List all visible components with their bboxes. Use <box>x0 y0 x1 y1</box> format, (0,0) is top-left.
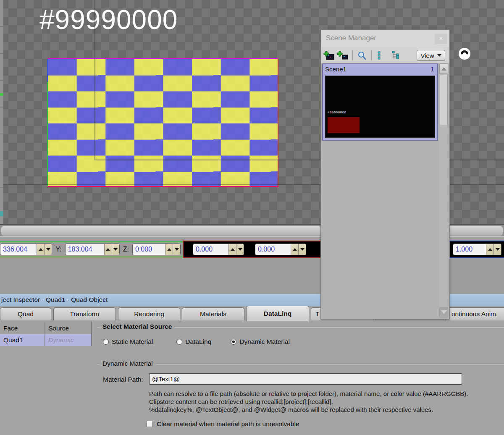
scrollbar-thumb[interactable] <box>440 75 448 125</box>
radio-button-selected[interactable] <box>231 339 236 345</box>
chevron-down-icon <box>437 54 441 57</box>
ruler-marker <box>0 211 3 216</box>
spin-up-button[interactable] <box>486 244 494 255</box>
radio-static-material[interactable]: Static Material <box>103 338 153 346</box>
groupbox-border <box>97 364 504 364</box>
tab-transform[interactable]: Transform <box>53 307 116 320</box>
scale-spinner[interactable]: 1.000 <box>453 244 501 255</box>
panel-title: Scene Manager <box>326 34 376 42</box>
rotation-spinner-2[interactable]: 0.000 <box>255 244 306 255</box>
rotate-cursor-icon <box>458 47 472 61</box>
table-header-row: Face Source <box>0 322 91 334</box>
toolbar-separator <box>352 50 353 60</box>
spin-down-button[interactable] <box>173 244 180 255</box>
position-x-value[interactable]: 336.004 <box>0 244 37 255</box>
quad-object[interactable] <box>48 58 278 187</box>
ruler-marker <box>0 93 3 96</box>
help-line: %datalinqkey%, @TextObject@, and @Widget… <box>149 406 498 414</box>
scene-preview-thumbnail[interactable]: #99990000 <box>325 76 435 138</box>
material-path-help-text: Path can resolve to a file path (absolut… <box>149 390 498 414</box>
dynamic-material-legend: Dynamic Material <box>100 360 155 367</box>
spin-up-button[interactable] <box>228 244 236 255</box>
list-view-icon[interactable] <box>376 51 383 60</box>
scene-name: Scene1 <box>325 66 346 75</box>
radio-label: Dynamic Material <box>239 338 290 346</box>
help-line: Path can resolve to a file path (absolut… <box>149 390 498 398</box>
panel-vertical-scrollbar[interactable] <box>439 63 448 317</box>
position-y-spinner[interactable]: 183.004 <box>65 244 120 255</box>
clear-material-checkbox-label: Clear material when material path is unr… <box>157 420 299 428</box>
scroll-up-button[interactable] <box>439 63 448 74</box>
position-x-spinner[interactable]: 336.004 <box>0 244 52 255</box>
add-child-scene-icon[interactable] <box>337 51 348 60</box>
scene-list-item[interactable]: Scene1 1 <box>323 64 437 75</box>
view-button-label: View <box>420 52 434 59</box>
spin-up-button[interactable] <box>104 244 112 255</box>
spin-down-button[interactable] <box>298 244 306 255</box>
add-scene-icon[interactable] <box>323 51 334 60</box>
z-axis-label: Z: <box>123 246 129 253</box>
spin-down-button[interactable] <box>44 244 52 255</box>
position-z-value[interactable]: 0.000 <box>133 244 165 255</box>
scene-text-object[interactable]: #99990000 <box>39 4 178 35</box>
scene-manager-toolbar: View <box>321 47 449 63</box>
app-window: #99990000 336.004 Y: 183.004 <box>0 0 504 435</box>
scene-manager-titlebar[interactable]: Scene Manager × <box>321 30 449 47</box>
preview-quad-rect <box>328 117 360 133</box>
table-row[interactable]: Quad1 Dynamic <box>0 334 91 346</box>
face-cell[interactable]: Quad1 <box>0 334 45 346</box>
rotation-value-1[interactable]: 0.000 <box>193 244 228 255</box>
spin-up-button[interactable] <box>291 244 298 255</box>
guide-line-vertical <box>48 0 48 58</box>
scene-index: 1 <box>430 66 434 75</box>
tab-materials[interactable]: Materials <box>182 307 244 320</box>
tab-datalinq[interactable]: DataLinq <box>246 306 309 321</box>
scroll-down-button[interactable] <box>439 307 448 317</box>
view-dropdown-button[interactable]: View <box>417 50 445 61</box>
y-axis-label: Y: <box>55 246 61 253</box>
tree-view-icon[interactable] <box>391 51 401 60</box>
material-source-legend: Select Material Source <box>100 323 174 330</box>
material-source-options: Static Material DataLinq Dynamic Materia… <box>103 338 290 346</box>
column-header-face[interactable]: Face <box>0 322 45 334</box>
position-group: 336.004 Y: 183.004 Z: 0.000 <box>0 241 184 257</box>
spin-down-button[interactable] <box>236 244 244 255</box>
radio-dynamic-material[interactable]: Dynamic Material <box>231 338 290 346</box>
radio-label: Static Material <box>112 338 153 346</box>
close-button[interactable]: × <box>435 34 447 44</box>
tab-continuous-anim[interactable]: ontinuous Anim. <box>445 307 504 320</box>
radio-button[interactable] <box>176 339 182 345</box>
column-header-source[interactable]: Source <box>45 322 91 334</box>
tab-quad[interactable]: Quad <box>0 307 51 320</box>
vertical-ruler <box>0 0 3 224</box>
spin-up-button[interactable] <box>165 244 173 255</box>
clear-material-checkbox[interactable] <box>147 421 153 427</box>
position-z-spinner[interactable]: 0.000 <box>132 244 181 255</box>
scene-list[interactable]: Scene1 1 #99990000 <box>322 63 438 141</box>
source-cell[interactable]: Dynamic <box>45 334 91 346</box>
radio-button[interactable] <box>103 339 109 345</box>
spin-down-button[interactable] <box>494 244 501 255</box>
material-path-label: Material Path: <box>103 376 143 383</box>
spin-down-button[interactable] <box>112 244 119 255</box>
help-line: Clipstore content can be retrieved using… <box>149 398 498 406</box>
spin-up-button[interactable] <box>37 244 44 255</box>
radio-label: DataLinq <box>185 338 211 346</box>
rotation-spinner-1[interactable]: 0.000 <box>193 244 244 255</box>
preview-text-object: #99990000 <box>328 110 346 114</box>
scale-value[interactable]: 1.000 <box>453 244 486 255</box>
rotation-value-2[interactable]: 0.000 <box>255 244 291 255</box>
material-path-input[interactable] <box>149 373 462 385</box>
guide-line-vertical <box>94 0 95 160</box>
toolbar-separator <box>371 50 372 60</box>
search-icon[interactable] <box>357 51 367 60</box>
face-source-table: Face Source Quad1 Dynamic <box>0 322 92 346</box>
position-y-value[interactable]: 183.004 <box>66 244 104 255</box>
scene-manager-panel: Scene Manager × <box>320 29 450 320</box>
tab-rendering[interactable]: Rendering <box>118 307 180 320</box>
radio-datalinq[interactable]: DataLinq <box>176 338 211 346</box>
